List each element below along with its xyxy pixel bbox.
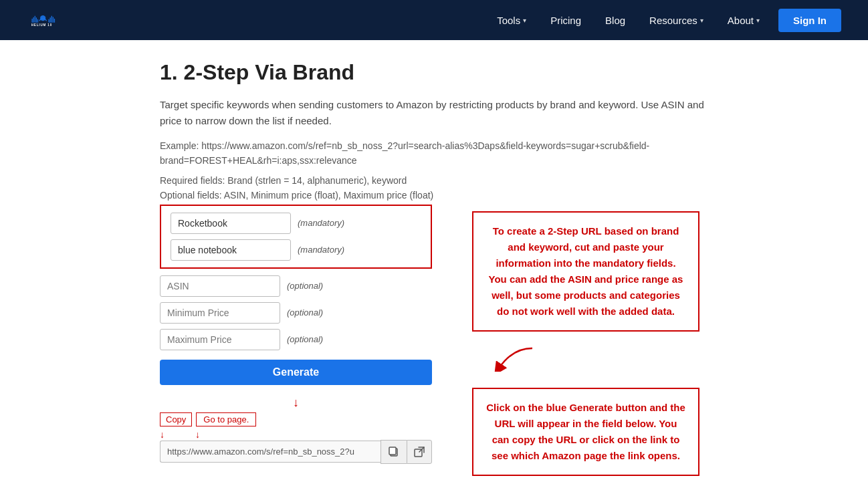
min-price-input-row: (optional) <box>160 302 432 324</box>
mandatory-inputs-box: (mandatory) (mandatory) <box>160 205 432 269</box>
brand-input[interactable] <box>171 213 291 234</box>
optional-inputs-group: (optional) (optional) (optional) <box>160 275 432 350</box>
svg-rect-14 <box>389 447 396 455</box>
svg-rect-10 <box>53 17 53 22</box>
copy-label: Copy <box>160 412 192 426</box>
asin-input[interactable] <box>160 275 280 297</box>
page-title: 1. 2-Step Via Brand <box>160 60 708 85</box>
result-open-button[interactable] <box>407 440 432 464</box>
nav-blog[interactable]: Blog <box>594 9 636 31</box>
result-copy-button[interactable] <box>381 440 407 464</box>
copy-icon <box>388 446 400 458</box>
logo-link[interactable]: HELIUM 10 <box>27 7 60 33</box>
result-section: Copy Go to page. ↓ ↓ <box>160 412 432 464</box>
min-price-input[interactable] <box>160 302 280 324</box>
keyword-mandatory-label: (mandatory) <box>298 245 344 255</box>
resources-chevron-icon: ▾ <box>700 17 703 24</box>
tools-chevron-icon: ▾ <box>523 17 526 24</box>
description-text: Target specific keywords when sending cu… <box>160 97 708 129</box>
annotation-arrow-mid <box>485 345 708 374</box>
max-price-optional-label: (optional) <box>287 334 323 344</box>
nav-pricing[interactable]: Pricing <box>540 9 592 31</box>
svg-rect-4 <box>35 16 35 23</box>
about-chevron-icon: ▾ <box>756 17 760 24</box>
svg-rect-8 <box>50 17 51 23</box>
asin-input-row: (optional) <box>160 275 432 297</box>
go-down-arrow: ↓ <box>195 429 200 440</box>
min-price-optional-label: (optional) <box>287 308 323 318</box>
bottom-annotation-box: Click on the blue Generate button and th… <box>472 388 699 476</box>
svg-rect-2 <box>32 19 33 23</box>
sign-in-button[interactable]: Sign In <box>778 9 841 32</box>
external-link-icon <box>414 447 425 457</box>
brand-mandatory-label: (mandatory) <box>298 218 344 228</box>
top-annotation-box: To create a 2-Step URL based on brand an… <box>472 211 699 332</box>
navigation: HELIUM 10 Tools ▾ Pricing Blog Resources… <box>0 0 868 40</box>
down-arrow-icon: ↓ <box>160 396 432 410</box>
brand-input-row: (mandatory) <box>171 213 421 234</box>
form-annotations-wrapper: (mandatory) (mandatory) (optional) (opti… <box>160 205 708 476</box>
asin-optional-label: (optional) <box>287 281 323 291</box>
svg-rect-6 <box>37 19 38 23</box>
result-row <box>160 440 432 464</box>
svg-rect-5 <box>36 17 37 23</box>
keyword-input[interactable] <box>171 239 291 261</box>
form-column: (mandatory) (mandatory) (optional) (opti… <box>160 205 432 476</box>
svg-rect-7 <box>49 19 49 23</box>
svg-rect-11 <box>54 19 55 23</box>
main-content: 1. 2-Step Via Brand Target specific keyw… <box>133 40 735 492</box>
example-label: Example: <box>160 140 199 151</box>
result-url-input[interactable] <box>160 441 381 463</box>
example-url: https://www.amazon.com/s/ref=nb_sb_noss_… <box>160 140 649 166</box>
required-fields-text: Required fields: Brand (strlen = 14, alp… <box>160 175 708 186</box>
copy-go-labels: Copy Go to page. <box>160 412 432 426</box>
nav-tools[interactable]: Tools ▾ <box>486 9 537 31</box>
generate-button[interactable]: Generate <box>160 360 432 385</box>
arrow-curve-icon <box>485 345 539 372</box>
svg-text:HELIUM 10: HELIUM 10 <box>31 23 52 27</box>
max-price-input[interactable] <box>160 329 280 350</box>
nav-resources[interactable]: Resources ▾ <box>639 9 714 31</box>
keyword-input-row: (mandatory) <box>171 239 421 261</box>
nav-about[interactable]: About ▾ <box>717 9 770 31</box>
svg-rect-3 <box>33 17 34 23</box>
optional-fields-text: Optional fields: ASIN, Minimum price (fl… <box>160 190 708 201</box>
arrows-row: ↓ ↓ <box>160 429 432 440</box>
svg-rect-9 <box>51 16 52 23</box>
max-price-input-row: (optional) <box>160 329 432 350</box>
nav-links: Tools ▾ Pricing Blog Resources ▾ About ▾… <box>486 9 841 32</box>
example-text: Example: https://www.amazon.com/s/ref=nb… <box>160 138 708 168</box>
annotation-column: To create a 2-Step URL based on brand an… <box>472 205 708 476</box>
go-label: Go to page. <box>196 412 256 426</box>
copy-down-arrow: ↓ <box>160 429 165 440</box>
